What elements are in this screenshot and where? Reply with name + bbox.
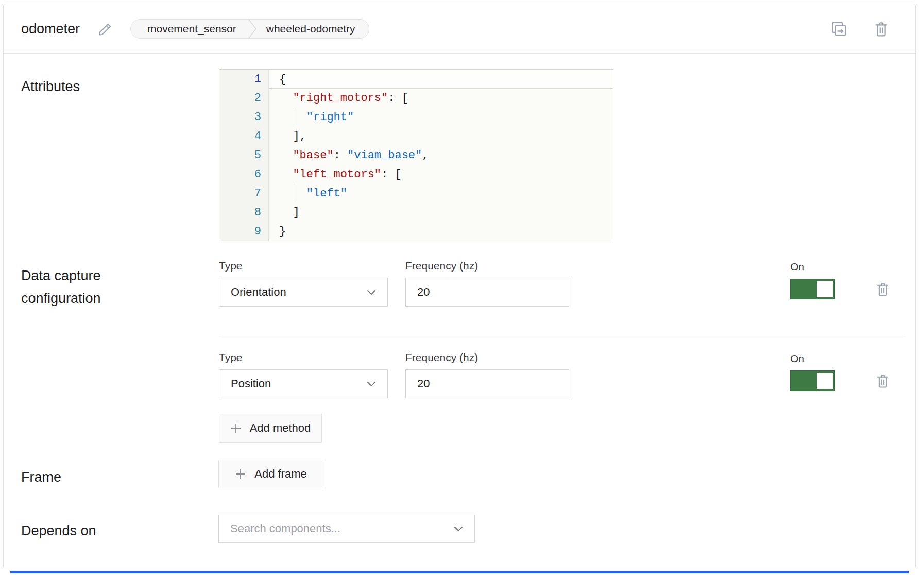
plus-icon <box>235 468 246 480</box>
depends-on-select[interactable]: Search components... <box>218 515 475 543</box>
code-line[interactable]: 4 ], <box>219 127 613 146</box>
selection-indicator-bar <box>10 571 909 573</box>
duplicate-component-button[interactable] <box>830 20 848 38</box>
toggle-knob <box>817 281 833 297</box>
type-label: Type <box>219 351 243 364</box>
code-line[interactable]: 2 "right_motors": [ <box>219 89 613 108</box>
capture-type-select[interactable]: Position <box>219 369 388 398</box>
line-number: 4 <box>219 127 269 146</box>
delete-capture-method-button[interactable] <box>874 279 892 299</box>
line-number: 7 <box>219 184 269 203</box>
breadcrumb-model-family: movement_sensor <box>147 23 236 35</box>
frequency-input[interactable] <box>405 369 569 398</box>
capture-type-select[interactable]: Orientation <box>219 278 388 307</box>
edit-name-button[interactable] <box>97 22 113 37</box>
header-actions <box>830 4 891 54</box>
attributes-label: Attributes <box>21 75 80 98</box>
capture-enabled-toggle[interactable] <box>790 279 835 299</box>
toggle-knob <box>817 373 833 389</box>
capture-rows-divider <box>219 334 906 334</box>
plus-icon <box>230 422 242 434</box>
frequency-input[interactable] <box>405 278 569 307</box>
code-line[interactable]: 5 "base": "viam_base", <box>219 146 613 165</box>
code-text: "right_motors": [ <box>269 89 613 108</box>
code-line[interactable]: 7 "left" <box>219 184 613 203</box>
depends-on-placeholder: Search components... <box>230 522 340 535</box>
line-number: 1 <box>219 70 269 89</box>
frame-label: Frame <box>21 466 61 488</box>
chevron-down-icon <box>367 290 376 295</box>
code-text: "right" <box>269 108 613 127</box>
code-line[interactable]: 8 ] <box>219 203 613 222</box>
breadcrumb-model: wheeled-odometry <box>266 23 355 35</box>
delete-component-button[interactable] <box>872 20 891 38</box>
component-name: odometer <box>21 20 80 38</box>
trash-icon <box>875 373 891 389</box>
capture-enabled-toggle[interactable] <box>790 370 835 391</box>
code-text: ], <box>269 127 613 146</box>
code-line[interactable]: 3 "right" <box>219 108 613 127</box>
add-method-button[interactable]: Add method <box>219 414 322 443</box>
code-line[interactable]: 1{ <box>219 70 613 89</box>
component-header: odometer movement_sensor wheeled-odometr… <box>4 4 915 54</box>
line-number: 9 <box>219 222 269 241</box>
capture-type-value: Position <box>231 377 271 391</box>
chevron-divider-icon <box>248 19 257 39</box>
component-model-breadcrumb: movement_sensor wheeled-odometry <box>130 19 369 39</box>
line-number: 3 <box>219 108 269 127</box>
trash-icon <box>875 281 891 297</box>
code-text: { <box>269 70 613 89</box>
capture-type-value: Orientation <box>231 285 286 299</box>
line-number: 5 <box>219 146 269 165</box>
delete-capture-method-button[interactable] <box>874 371 892 391</box>
line-number: 6 <box>219 165 269 184</box>
trash-icon <box>873 20 889 38</box>
duplicate-icon <box>830 20 848 38</box>
chevron-down-icon <box>454 526 463 532</box>
add-frame-button[interactable]: Add frame <box>218 460 323 488</box>
page: { "header": { "title": "odometer", "brea… <box>0 0 924 575</box>
code-line[interactable]: 9} <box>219 222 613 241</box>
code-text: "left_motors": [ <box>269 165 613 184</box>
pencil-icon <box>98 22 112 37</box>
code-lines: 1{2 "right_motors": [3 "right"4 ],5 "bas… <box>219 70 613 241</box>
code-text: ] <box>269 203 613 222</box>
line-number: 2 <box>219 89 269 108</box>
code-text: } <box>269 222 613 241</box>
code-text: "base": "viam_base", <box>269 146 613 165</box>
line-number: 8 <box>219 203 269 222</box>
data-capture-label: Data capture configuration <box>21 264 140 310</box>
add-frame-label: Add frame <box>254 467 307 481</box>
code-line[interactable]: 6 "left_motors": [ <box>219 165 613 184</box>
toggle-on-label: On <box>790 352 805 365</box>
chevron-down-icon <box>367 381 376 387</box>
frequency-label: Frequency (hz) <box>405 260 478 272</box>
code-text: "left" <box>269 184 613 203</box>
attributes-json-editor[interactable]: 1{2 "right_motors": [3 "right"4 ],5 "bas… <box>219 69 613 241</box>
toggle-on-label: On <box>790 261 805 273</box>
frequency-label: Frequency (hz) <box>405 351 478 364</box>
component-config-card: odometer movement_sensor wheeled-odometr… <box>3 4 916 568</box>
depends-on-label: Depends on <box>21 519 96 542</box>
add-method-label: Add method <box>250 421 311 435</box>
type-label: Type <box>219 260 243 272</box>
